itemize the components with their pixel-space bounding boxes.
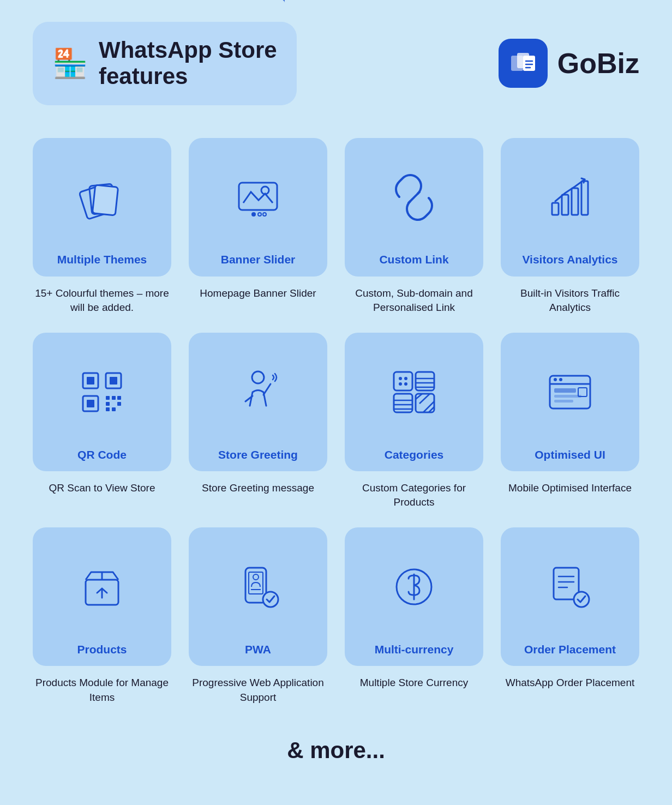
card-box-visitors-analytics: Visitors Analytics [501, 138, 639, 277]
svg-rect-26 [112, 396, 116, 400]
card-desc-products: Products Module for Manage Items [33, 676, 171, 705]
svg-rect-18 [581, 181, 588, 215]
svg-rect-27 [117, 396, 121, 400]
ui-icon [509, 343, 631, 442]
gobiz-logo-icon [499, 39, 548, 88]
svg-rect-33 [394, 372, 412, 391]
card-desc-optimised-ui: Mobile Optimised Interface [506, 481, 634, 496]
order-icon [509, 537, 631, 637]
feature-card-multi-currency: Multi-currency Multiple Store Currency [345, 527, 483, 705]
svg-point-66 [263, 592, 278, 607]
svg-rect-17 [572, 188, 578, 215]
card-label-visitors-analytics: Visitors Analytics [522, 253, 617, 266]
card-desc-multiple-themes: 15+ Colourful themes – more will be adde… [33, 286, 171, 315]
card-label-pwa: PWA [245, 642, 271, 656]
products-icon [41, 537, 163, 637]
feature-card-order-placement: Order Placement WhatsApp Order Placement [501, 527, 639, 705]
page-title: WhatsApp Store features [99, 37, 277, 90]
card-box-multiple-themes: Multiple Themes [33, 138, 171, 277]
feature-card-products: Products Products Module for Manage Item… [33, 527, 171, 705]
svg-point-37 [404, 382, 407, 386]
card-box-store-greeting: Store Greeting [189, 333, 327, 471]
svg-point-12 [258, 213, 261, 216]
logo-area: GoBiz [499, 39, 639, 88]
svg-point-35 [404, 377, 407, 380]
svg-point-73 [574, 592, 589, 607]
svg-rect-9 [239, 183, 277, 210]
card-desc-qr-code: QR Scan to View Store [46, 481, 157, 496]
card-box-categories: Categories [345, 333, 483, 471]
svg-point-11 [251, 212, 256, 217]
feature-card-pwa: PWA Progressive Web Application Support [189, 527, 327, 705]
card-desc-categories: Custom Categories for Products [345, 481, 483, 510]
svg-rect-24 [87, 400, 94, 407]
card-box-products: Products [33, 527, 171, 666]
card-label-order-placement: Order Placement [524, 642, 616, 656]
page-header: 🏪 WhatsApp Store features GoBiz [33, 22, 639, 105]
svg-rect-29 [117, 402, 121, 406]
card-desc-visitors-analytics: Built-in Visitors Traffic Analytics [501, 286, 639, 315]
svg-rect-16 [562, 195, 568, 215]
store-icon: 🏪 [52, 49, 88, 77]
svg-point-34 [399, 377, 402, 380]
feature-card-banner-slider: Banner Slider Homepage Banner Slider [189, 138, 327, 315]
card-desc-store-greeting: Store Greeting message [200, 481, 316, 496]
svg-rect-20 [87, 377, 94, 385]
analytics-icon [509, 148, 631, 248]
card-label-qr-code: QR Code [77, 448, 127, 461]
card-box-pwa: PWA [189, 527, 327, 666]
card-box-order-placement: Order Placement [501, 527, 639, 666]
svg-rect-56 [554, 395, 581, 398]
card-box-qr-code: QR Code [33, 333, 171, 471]
pwa-icon [197, 537, 319, 637]
title-box: 🏪 WhatsApp Store features [33, 22, 297, 105]
svg-point-54 [559, 378, 562, 381]
svg-point-53 [554, 378, 557, 381]
features-grid: Multiple Themes 15+ Colourful themes – m… [33, 138, 639, 705]
card-box-banner-slider: Banner Slider [189, 138, 327, 277]
link-icon [353, 148, 475, 248]
card-desc-custom-link: Custom, Sub-domain and Personalised Link [345, 286, 483, 315]
svg-point-13 [263, 213, 266, 216]
themes-icon [41, 148, 163, 248]
card-label-banner-slider: Banner Slider [221, 253, 296, 266]
svg-line-14 [409, 192, 419, 203]
svg-rect-31 [112, 407, 116, 411]
categories-icon [353, 343, 475, 442]
card-desc-banner-slider: Homepage Banner Slider [197, 286, 318, 301]
card-label-store-greeting: Store Greeting [218, 448, 298, 461]
card-label-custom-link: Custom Link [379, 253, 448, 266]
svg-rect-30 [106, 407, 110, 411]
qr-icon [41, 343, 163, 442]
svg-point-32 [252, 371, 264, 383]
card-label-optimised-ui: Optimised UI [535, 448, 605, 461]
svg-line-49 [423, 401, 434, 412]
feature-card-store-greeting: Store Greeting Store Greeting message [189, 333, 327, 510]
greeting-icon [197, 343, 319, 442]
card-box-multi-currency: Multi-currency [345, 527, 483, 666]
svg-rect-22 [110, 377, 117, 385]
svg-rect-2 [523, 56, 535, 71]
card-label-multi-currency: Multi-currency [375, 642, 454, 656]
feature-card-categories: Categories Custom Categories for Product… [345, 333, 483, 510]
svg-rect-8 [92, 185, 118, 215]
card-desc-multi-currency: Multiple Store Currency [358, 676, 471, 690]
svg-rect-57 [554, 400, 573, 403]
svg-rect-15 [552, 203, 559, 215]
feature-card-multiple-themes: Multiple Themes 15+ Colourful themes – m… [33, 138, 171, 315]
feature-card-optimised-ui: Optimised UI Mobile Optimised Interface [501, 333, 639, 510]
svg-rect-55 [554, 388, 576, 393]
svg-point-36 [399, 382, 402, 386]
card-label-products: Products [77, 642, 127, 656]
footer-text: & more... [287, 737, 385, 764]
card-box-optimised-ui: Optimised UI [501, 333, 639, 471]
feature-card-visitors-analytics: Visitors Analytics Built-in Visitors Tra… [501, 138, 639, 315]
gobiz-logo-text: GoBiz [557, 47, 639, 80]
banner-icon [197, 148, 319, 248]
feature-card-custom-link: Custom Link Custom, Sub-domain and Perso… [345, 138, 483, 315]
card-box-custom-link: Custom Link [345, 138, 483, 277]
card-desc-order-placement: WhatsApp Order Placement [503, 676, 637, 690]
svg-rect-25 [106, 396, 110, 400]
card-desc-pwa: Progressive Web Application Support [189, 676, 327, 705]
card-label-categories: Categories [385, 448, 444, 461]
